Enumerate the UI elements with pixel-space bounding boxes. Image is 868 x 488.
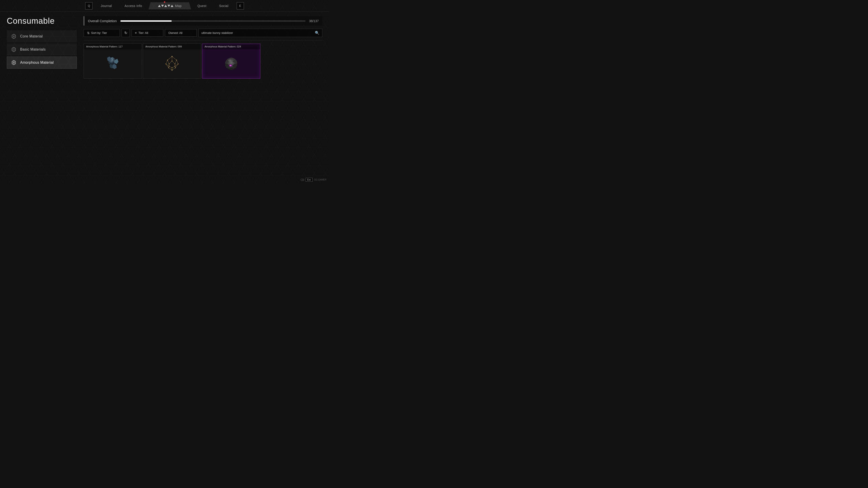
sidebar-menu: Core Material Basic Materials	[7, 30, 77, 69]
svg-line-28	[172, 61, 175, 64]
svg-line-29	[169, 61, 172, 64]
search-input[interactable]	[202, 31, 313, 35]
triangle-2	[161, 5, 164, 7]
material-099-svg	[162, 54, 182, 74]
sort-label: Sort by: Tier	[91, 31, 107, 35]
nav-item-journal[interactable]: Journal	[94, 3, 118, 9]
left-key-q: Q	[85, 2, 92, 9]
material-117-svg	[103, 54, 123, 74]
main-content: Consumable Core Material	[0, 12, 329, 184]
svg-line-22	[176, 64, 178, 68]
search-box[interactable]: 🔍	[198, 29, 322, 37]
search-icon[interactable]: 🔍	[315, 31, 319, 35]
svg-line-26	[172, 68, 176, 70]
nav-item-social[interactable]: Social	[213, 3, 235, 9]
bottom-right-footer: Esc GG.GAMER	[301, 178, 327, 182]
svg-point-59	[230, 65, 231, 66]
triangle-1	[158, 5, 161, 7]
svg-line-18	[177, 60, 178, 64]
svg-point-7	[13, 62, 14, 63]
item-image-024	[202, 49, 260, 78]
svg-point-62	[303, 180, 303, 180]
item-card-pattern-117[interactable]: Amorphous Material Pattern: 117	[84, 43, 142, 78]
content-panel: Overall Completion 38/137 ⇅ Sort by: Tie…	[84, 16, 322, 180]
triangle-4	[167, 5, 170, 7]
reset-icon: ↻	[124, 31, 127, 35]
svg-line-15	[172, 57, 177, 60]
map-triangles	[158, 5, 174, 7]
svg-line-16	[167, 57, 172, 60]
core-material-icon	[11, 33, 17, 39]
reset-button[interactable]: ↻	[122, 29, 130, 37]
item-card-pattern-024[interactable]: Amorphous Material Pattern: 024	[202, 43, 260, 78]
item-label-024: Amorphous Material Pattern: 024	[202, 44, 260, 49]
svg-line-20	[166, 60, 167, 64]
svg-line-21	[167, 60, 169, 64]
sidebar-label-core-material: Core Material	[20, 34, 43, 38]
triangle-3	[164, 5, 167, 7]
svg-line-25	[166, 64, 169, 66]
svg-line-32	[172, 66, 175, 68]
tier-icon: ≡	[135, 31, 137, 35]
svg-point-47	[175, 66, 176, 67]
svg-point-44	[172, 61, 173, 61]
items-grid: Amorphous Material Pattern: 117	[84, 43, 322, 78]
svg-line-27	[168, 68, 172, 70]
filter-divider	[84, 40, 322, 40]
tier-filter[interactable]: ≡ Tier: All	[131, 29, 163, 37]
nav-items-container: Q Journal Access Info Map Quest Social E	[84, 2, 246, 9]
item-label-099: Amorphous Material Pattern: 099	[143, 44, 201, 49]
svg-marker-12	[113, 64, 117, 69]
completion-label: Overall Completion	[88, 19, 117, 23]
owned-filter[interactable]: Owned: All	[165, 29, 197, 37]
sidebar-item-core-material[interactable]: Core Material	[7, 30, 77, 42]
right-key-e: E	[237, 2, 244, 9]
svg-point-46	[168, 67, 169, 68]
top-navigation: Q Journal Access Info Map Quest Social E	[0, 0, 329, 12]
triangle-5	[170, 5, 174, 7]
svg-line-23	[175, 64, 178, 66]
svg-rect-61	[301, 179, 304, 181]
nav-item-map[interactable]: Map	[149, 2, 191, 9]
nav-item-access-info[interactable]: Access Info	[118, 3, 149, 9]
sort-arrows-icon: ⇅	[87, 31, 90, 35]
svg-point-43	[168, 64, 169, 64]
svg-point-39	[167, 60, 168, 61]
item-card-pattern-099[interactable]: Amorphous Material Pattern: 099	[143, 43, 201, 78]
sort-button[interactable]: ⇅ Sort by: Tier	[84, 29, 120, 37]
owned-label: Owned: All	[168, 31, 182, 35]
svg-line-24	[166, 64, 168, 68]
esc-key-box: Esc	[306, 178, 313, 182]
svg-point-40	[178, 64, 179, 64]
svg-point-49	[172, 67, 173, 68]
svg-point-45	[175, 67, 176, 68]
sidebar-item-basic-materials[interactable]: Basic Materials	[7, 43, 77, 56]
completion-count: 38/137	[309, 19, 319, 23]
svg-line-33	[169, 66, 172, 68]
svg-line-19	[175, 60, 177, 64]
sidebar-label-amorphous-material: Amorphous Material	[20, 61, 54, 65]
sidebar-label-basic-materials: Basic Materials	[20, 47, 46, 52]
page-title: Consumable	[7, 16, 77, 26]
item-label-117: Amorphous Material Pattern: 117	[84, 44, 142, 49]
progress-bar-container	[121, 20, 306, 22]
svg-point-42	[175, 64, 176, 64]
svg-point-41	[165, 64, 166, 64]
sidebar: Consumable Core Material	[7, 16, 77, 180]
esc-key-section: Esc GG.GAMER	[301, 178, 327, 182]
svg-point-37	[172, 56, 173, 57]
item-image-117	[84, 49, 142, 78]
progress-bar-fill	[121, 20, 172, 22]
svg-point-2	[13, 36, 14, 37]
tier-label: Tier: All	[138, 31, 148, 35]
svg-point-48	[168, 66, 169, 67]
svg-point-38	[176, 60, 177, 61]
completion-section: Overall Completion 38/137	[84, 16, 322, 26]
material-024-svg	[221, 54, 241, 74]
svg-marker-4	[13, 48, 15, 51]
nav-item-quest[interactable]: Quest	[191, 3, 213, 9]
filter-row: ⇅ Sort by: Tier ↻ ≡ Tier: All Owned: All…	[84, 29, 322, 37]
item-image-099	[143, 49, 201, 78]
sidebar-item-amorphous-material[interactable]: Amorphous Material	[7, 57, 77, 69]
watermark: GG.GAMER	[314, 178, 327, 181]
